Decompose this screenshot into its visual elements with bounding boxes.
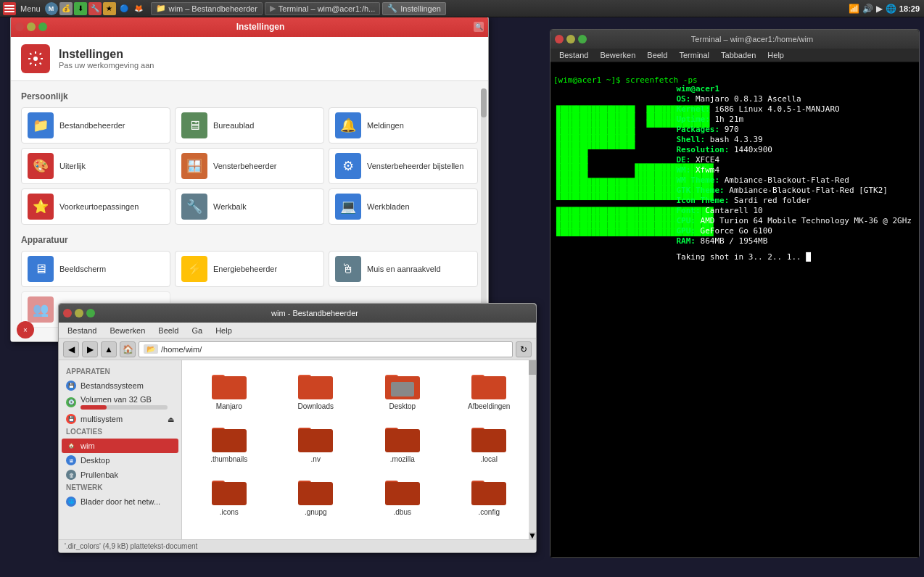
clock: 18:29 (899, 4, 920, 13)
fm-up-btn[interactable]: ▲ (101, 341, 117, 357)
fm-body: APPARATEN 💾 Bestandssysteem 💽 Volumen va… (59, 360, 536, 539)
settings-item-bestandbeheerder[interactable]: 📁 Bestandbeheerder (21, 107, 170, 144)
terminal-min-btn[interactable] (566, 35, 575, 43)
folder-icon-icons (212, 476, 247, 505)
settings-item-meldingen[interactable]: 🔔 Meldingen (329, 107, 478, 144)
volume-icon: 💽 (66, 397, 76, 407)
settings-item-label-bestandbeheerder: Bestandbeheerder (59, 121, 125, 130)
terminal-menu-help[interactable]: Help (762, 50, 790, 60)
settings-item-werkbladen[interactable]: 💻 Werkbladen (329, 188, 478, 225)
folder-icon-config (471, 476, 506, 505)
settings-close-btn[interactable] (15, 22, 24, 31)
fm-home-btn[interactable]: 🏠 (120, 341, 136, 357)
fm-sidebar-label-netwerk: Blader door het netw... (81, 497, 160, 506)
terminal-title: Terminal – wim@acer1:/home/wim (590, 35, 915, 43)
fm-min-btn[interactable] (75, 309, 83, 317)
fm-file-thumbnails[interactable]: .thumbnails (188, 419, 271, 468)
settings-item-vensterbeheerder-bijstellen[interactable]: ⚙ Vensterbeheerder bijstellen (329, 148, 478, 184)
folder-icon-nv (298, 423, 333, 452)
fm-file-manjaro[interactable]: Manjaro (188, 366, 271, 415)
terminal-menu-bestand[interactable]: Bestand (553, 50, 594, 60)
settings-search-icon[interactable]: 🔍 (474, 22, 484, 32)
settings-item-label-werkbladen: Werkbladen (367, 202, 410, 211)
partial-icon: 👥 (28, 296, 54, 323)
filemanager-window: wim - Bestandbeheerder Bestand Bewerken … (58, 303, 537, 553)
settings-scrollbar-track[interactable] (481, 88, 487, 334)
fm-file-desktop[interactable]: Desktop (361, 366, 444, 415)
fm-file-label-dbus: .dbus (394, 508, 411, 516)
settings-max-btn[interactable] (38, 22, 47, 31)
fm-file-afbeeldingen[interactable]: Afbeeldingen (448, 366, 531, 415)
fm-file-local[interactable]: .local (448, 419, 531, 468)
terminal-max-btn[interactable] (578, 35, 587, 43)
taskbar-app-instellingen[interactable]: 🔧 Instellingen (382, 2, 446, 15)
fm-scroll-down-btn[interactable]: ▼ (529, 532, 536, 539)
fm-menu-beeld[interactable]: Beeld (152, 325, 184, 336)
fm-eject-icon[interactable]: ⏏ (168, 415, 174, 423)
terminal-menu-terminal[interactable]: Terminal (673, 50, 715, 60)
folder-icon-afbeeldingen (471, 370, 506, 399)
fm-file-config[interactable]: .config (448, 472, 531, 520)
fm-close-btn[interactable] (63, 309, 72, 317)
menu-label[interactable]: Menu (17, 4, 44, 13)
fm-file-gnupg[interactable]: .gnupg (275, 472, 358, 520)
terminal-content[interactable]: [wim@acer1 ~]$ screenfetch -ps █████████… (550, 62, 919, 557)
disk-usage-bar (81, 405, 168, 410)
fm-sidebar-label-bestandssysteem: Bestandssysteem (81, 381, 144, 390)
terminal-menu-beeld[interactable]: Beeld (641, 50, 673, 60)
settings-item-voorkeurtoepassingen[interactable]: ⭐ Voorkeurtoepassingen (21, 188, 170, 225)
fm-sidebar-bestandssysteem[interactable]: 💾 Bestandssysteem (62, 378, 178, 393)
wim-icon: 🏠 (66, 441, 76, 451)
folder-icon-mozilla (385, 423, 420, 452)
fm-file-downloads[interactable]: Downloads (275, 366, 358, 415)
settings-min-btn[interactable] (27, 22, 36, 31)
taskbar-left: Menu M 💰 ⬇ 🔧 ★ 🔵 🦊 (0, 2, 148, 15)
fm-sidebar-netwerk[interactable]: 🌐 Blader door het netw... (62, 494, 178, 509)
settings-item-beeldscherm[interactable]: 🖥 Beeldscherm (21, 251, 170, 287)
fm-sidebar-wim[interactable]: 🏠 wim (62, 439, 178, 453)
terminal-sysinfo: wim@acer1 OS: Manjaro 0.8.13 Ascella Ker… (676, 84, 912, 262)
settings-item-label-beeldscherm: Beeldscherm (59, 265, 106, 273)
fm-file-dbus[interactable]: .dbus (361, 472, 444, 520)
fm-file-nv[interactable]: .nv (275, 419, 358, 468)
tray-icon-3: 🔧 (88, 2, 102, 15)
fm-scrollbar-thumb[interactable] (529, 360, 536, 375)
fm-addressbar[interactable]: 📂 /home/wim/ (139, 341, 513, 357)
fm-file-mozilla[interactable]: .mozilla (361, 419, 444, 468)
settings-item-bureaublad[interactable]: 🖥 Bureaublad (175, 107, 324, 144)
fm-back-btn[interactable]: ◀ (63, 341, 79, 357)
fm-menu-help[interactable]: Help (210, 325, 238, 336)
settings-item-vensterbeheerder[interactable]: 🪟 Vensterbeheerder (175, 148, 324, 184)
settings-scrollbar-thumb[interactable] (481, 88, 487, 117)
terminal-close-btn[interactable] (555, 35, 564, 43)
terminal-menu-tabbaden[interactable]: Tabbaden (715, 50, 762, 60)
fm-menu-ga[interactable]: Ga (186, 325, 208, 336)
fm-max-btn[interactable] (86, 309, 95, 317)
menu-icon[interactable] (3, 2, 16, 15)
fm-scrollbar-track[interactable]: ▼ (529, 360, 536, 539)
taskbar-app-terminal[interactable]: ▶ Terminal – wim@acer1:/h... (265, 2, 380, 15)
meldingen-icon: 🔔 (335, 112, 361, 138)
fm-sidebar-volume[interactable]: 💽 Volumen van 32 GB (62, 393, 178, 412)
fm-refresh-btn[interactable]: ↻ (516, 341, 532, 357)
fm-menu-bestand[interactable]: Bestand (62, 325, 102, 336)
fm-sidebar-desktop[interactable]: 🖥 Desktop (62, 453, 178, 468)
settings-item-label-voorkeurtoepassingen: Voorkeurtoepassingen (59, 202, 139, 211)
fm-file-icons[interactable]: .icons (188, 472, 271, 520)
fm-sidebar-multisystem[interactable]: 💾 multisystem ⏏ (62, 412, 178, 426)
taskbar-app-bestandbeheerder[interactable]: 📁 wim – Bestandbeheerder (151, 2, 263, 15)
fm-file-label-thumbnails: .thumbnails (210, 455, 247, 463)
settings-bottom-icon: × (17, 321, 34, 339)
settings-item-muis[interactable]: 🖱 Muis en aanraakveld (329, 251, 478, 287)
settings-header: Instellingen Pas uw werkomgeving aan (11, 37, 488, 81)
settings-item-werkbalk[interactable]: 🔧 Werkbalk (175, 188, 324, 225)
settings-item-uiterlijk[interactable]: 🎨 Uiterlijk (21, 148, 170, 184)
fm-forward-btn[interactable]: ▶ (82, 341, 98, 357)
taskbar-right: 📶 🔊 ▶ 🌐 18:29 (844, 4, 924, 14)
fm-title: wim - Bestandbeheerder (98, 309, 532, 317)
werkbladen-icon: 💻 (335, 194, 361, 220)
terminal-menu-bewerken[interactable]: Bewerken (594, 50, 641, 60)
settings-item-energiebeheerder[interactable]: ⚡ Energiebeheerder (175, 251, 324, 287)
fm-sidebar-prullenbak[interactable]: 🗑 Prullenbak (62, 468, 178, 482)
fm-menu-bewerken[interactable]: Bewerken (104, 325, 151, 336)
